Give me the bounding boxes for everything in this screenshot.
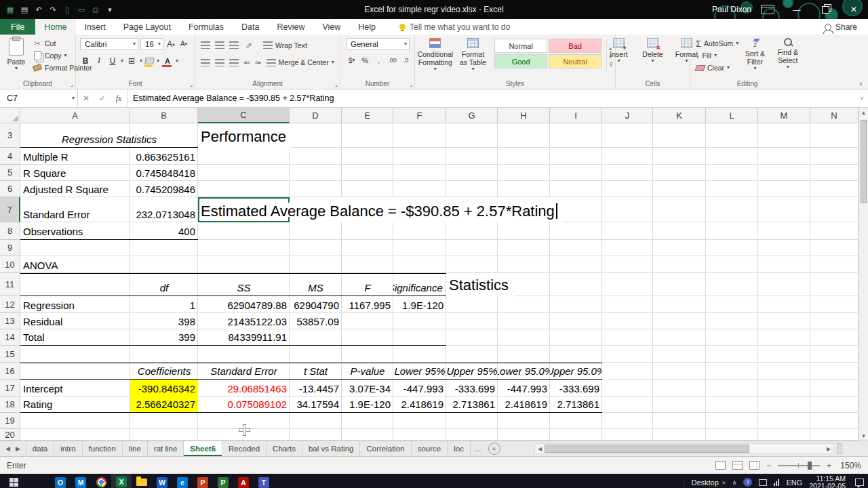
- zoom-level[interactable]: 150%: [838, 461, 861, 470]
- open-button[interactable]: ▭: [75, 3, 88, 16]
- font-name-select[interactable]: Calibri▾: [80, 38, 138, 50]
- cell-A13[interactable]: Residual: [20, 313, 130, 329]
- zoom-slider-thumb[interactable]: [808, 462, 812, 470]
- taskbar-file-explorer[interactable]: [132, 474, 152, 488]
- taskbar-powerpoint[interactable]: P: [193, 474, 213, 488]
- cell-C12[interactable]: 62904789.88: [198, 296, 290, 313]
- view-normal-button[interactable]: [715, 461, 726, 470]
- row-header-17[interactable]: 17: [0, 380, 20, 396]
- align-bottom-button[interactable]: [229, 41, 239, 49]
- cancel-entry-button[interactable]: ✕: [78, 94, 94, 103]
- share-button[interactable]: Share: [825, 19, 868, 35]
- insert-function-button[interactable]: fx: [111, 94, 127, 104]
- col-header-M[interactable]: M: [758, 108, 810, 123]
- taskbar-acrobat[interactable]: A: [233, 474, 254, 488]
- row-header-9[interactable]: 9: [0, 240, 20, 256]
- borders-dropdown[interactable]: ▾: [140, 58, 142, 64]
- sheet-tab-source[interactable]: source: [412, 441, 448, 456]
- cell-A11[interactable]: [20, 273, 130, 296]
- col-header-H[interactable]: H: [498, 108, 550, 123]
- insert-cells-button[interactable]: Insert▾: [603, 37, 635, 76]
- desktop-toolbar[interactable]: Desktop »: [684, 479, 725, 487]
- italic-button[interactable]: I: [94, 55, 104, 66]
- cell-B16[interactable]: Coefficients: [130, 363, 198, 380]
- minimize-button[interactable]: —: [783, 0, 811, 19]
- tab-data[interactable]: Data: [233, 19, 268, 35]
- action-center-button[interactable]: [855, 479, 864, 486]
- cell-G18[interactable]: 2.713861: [446, 396, 498, 413]
- cell-D17[interactable]: -13.4457: [290, 380, 342, 396]
- tab-overflow-button[interactable]: ...: [471, 441, 486, 456]
- delete-cells-button[interactable]: Delete▾: [637, 37, 669, 76]
- row-header-5[interactable]: 5: [0, 165, 20, 181]
- cell-style-normal[interactable]: Normal: [494, 39, 547, 53]
- cell-I16[interactable]: Upper 95.0%: [550, 363, 602, 380]
- row-header-11[interactable]: 11: [0, 273, 20, 296]
- sheet-grid[interactable]: Regression StatisticsPerformanceMultiple…: [20, 123, 859, 441]
- cell-style-neutral[interactable]: Neutral: [549, 54, 601, 68]
- row-header-16[interactable]: 16: [0, 363, 20, 380]
- clock[interactable]: 11:15 AM 2021-02-05: [809, 475, 846, 488]
- col-header-I[interactable]: I: [550, 108, 602, 123]
- view-page-layout-button[interactable]: [732, 461, 743, 470]
- collapse-ribbon-button[interactable]: ˄: [859, 81, 863, 87]
- cell-F12[interactable]: 1.9E-120: [393, 296, 446, 313]
- next-sheet-button[interactable]: ▶: [16, 445, 20, 452]
- cell-style-bad[interactable]: Bad: [549, 39, 601, 53]
- onedrive-tray-icon[interactable]: [759, 479, 767, 486]
- new-file-button[interactable]: ▯: [60, 3, 74, 16]
- col-header-G[interactable]: G: [446, 108, 498, 123]
- taskbar-project[interactable]: P: [213, 474, 233, 488]
- sheet-tab-intro[interactable]: intro: [54, 441, 82, 456]
- cell-C17[interactable]: 29.06851463: [198, 380, 290, 396]
- cell-I18[interactable]: 2.713861: [550, 396, 602, 413]
- cell-F17[interactable]: -447.993: [393, 380, 446, 396]
- autosum-button[interactable]: ΣAutoSum▾: [696, 38, 738, 49]
- cell-B18[interactable]: 2.566240327: [130, 396, 198, 413]
- show-hidden-icons-button[interactable]: ∧: [732, 479, 737, 486]
- zoom-slider[interactable]: [778, 465, 820, 466]
- save-button[interactable]: ▤: [18, 3, 31, 16]
- alignment-dialog-launcher[interactable]: ⌟: [335, 81, 338, 87]
- col-header-N[interactable]: N: [810, 108, 859, 123]
- cell-H18[interactable]: 2.418619: [498, 396, 550, 413]
- cell-C14[interactable]: 84339911.91: [198, 329, 290, 346]
- zoom-in-button[interactable]: +: [827, 461, 831, 470]
- fill-button[interactable]: ↓Fill▾: [696, 50, 738, 61]
- sheet-tab-bal-vs-rating[interactable]: bal vs Rating: [302, 441, 360, 456]
- cell-B11[interactable]: df: [130, 273, 198, 296]
- percent-style-button[interactable]: %: [359, 55, 371, 66]
- cell-A18[interactable]: Rating: [20, 396, 130, 413]
- bold-button[interactable]: B: [80, 55, 91, 66]
- cell-C18[interactable]: 0.075089102: [198, 396, 290, 413]
- cell-A17[interactable]: Intercept: [20, 380, 130, 396]
- increase-font-size-button[interactable]: A▴: [165, 38, 176, 49]
- tab-insert[interactable]: Insert: [76, 19, 115, 35]
- align-middle-button[interactable]: [215, 41, 224, 49]
- font-color-dropdown[interactable]: ▾: [176, 58, 178, 64]
- cell-A6[interactable]: Adjusted R Square: [20, 181, 130, 197]
- sheet-tab-loc[interactable]: loc: [448, 441, 471, 456]
- cell-D12[interactable]: 62904790: [290, 296, 342, 313]
- cell-F11[interactable]: Significance F: [393, 273, 446, 296]
- cell-C11[interactable]: SS: [198, 273, 290, 296]
- tell-me-box[interactable]: Tell me what you want to do: [399, 19, 510, 35]
- cell-A14[interactable]: Total: [20, 329, 130, 346]
- scroll-down-arrow[interactable]: ▼: [859, 431, 868, 441]
- sheet-tab-charts[interactable]: Charts: [267, 441, 302, 456]
- scroll-left-arrow[interactable]: ◀: [535, 444, 545, 453]
- cell-E14[interactable]: [342, 329, 393, 346]
- merge-center-button[interactable]: Merge & Center▾: [267, 57, 334, 68]
- row-header-14[interactable]: 14: [0, 329, 20, 346]
- align-center-button[interactable]: [215, 59, 224, 66]
- font-dialog-launcher[interactable]: ⌟: [190, 81, 193, 87]
- col-header-J[interactable]: J: [602, 108, 653, 123]
- cell-A10[interactable]: ANOVA: [20, 256, 130, 273]
- format-as-table-button[interactable]: Format as Table ▾: [456, 37, 490, 76]
- cell-F16[interactable]: Lower 95%: [393, 363, 446, 380]
- taskbar-teams[interactable]: T: [254, 474, 274, 488]
- cell-B12[interactable]: 1: [130, 296, 198, 313]
- comma-style-button[interactable]: ,: [373, 55, 384, 66]
- align-left-button[interactable]: [201, 59, 210, 66]
- decrease-decimal-button[interactable]: .0: [400, 55, 412, 66]
